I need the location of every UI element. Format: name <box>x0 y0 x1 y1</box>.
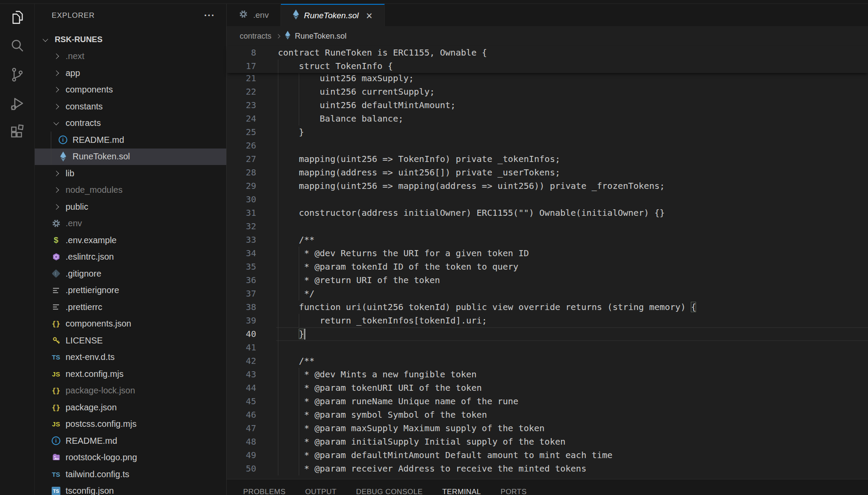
more-actions-icon[interactable]: ··· <box>204 13 215 18</box>
code-line-43[interactable]: 43 * @dev Mints a new fungible token <box>227 368 868 381</box>
activity-explorer-button[interactable] <box>0 4 34 33</box>
code-line-25[interactable]: 25 } <box>227 125 868 139</box>
tree-item-rootstock-logo-png[interactable]: rootstock-logo.png <box>35 449 226 466</box>
code-line-38[interactable]: 38 function uri(uint256 tokenId) public … <box>227 300 868 314</box>
code-line-50[interactable]: 50 * @param receiver Address to receive … <box>227 462 868 475</box>
line-number: 8 <box>227 46 256 59</box>
tree-item-components-json[interactable]: {}components.json <box>35 316 226 333</box>
tree-item-license[interactable]: LICENSE <box>35 332 226 349</box>
tab-runetoken-sol[interactable]: RuneToken.sol× <box>281 4 385 26</box>
code-line-22[interactable]: 22 uint256 currentSupply; <box>227 85 868 99</box>
activity-search-button[interactable] <box>0 33 34 61</box>
ethereum-icon <box>285 31 290 42</box>
tree-item-contracts[interactable]: contracts <box>35 115 226 132</box>
code-line-28[interactable]: 28 mapping(address => uint256[]) private… <box>227 166 868 179</box>
panel-tab-debug-console[interactable]: DEBUG CONSOLE <box>356 488 423 495</box>
panel-tab-problems[interactable]: PROBLEMS <box>243 488 286 495</box>
activity-source-control-button[interactable] <box>0 61 34 90</box>
line-number: 31 <box>227 206 256 220</box>
breadcrumb-file[interactable]: RuneToken.sol <box>295 32 347 41</box>
breadcrumb-folder[interactable]: contracts <box>240 32 271 41</box>
tree-item-tailwind-config-ts[interactable]: TStailwind.config.ts <box>35 466 226 483</box>
tree-item--next[interactable]: .next <box>35 48 226 65</box>
code-text: * @param runeName Unique name of the run… <box>278 395 518 408</box>
tree-item-next-config-mjs[interactable]: JSnext.config.mjs <box>35 366 226 383</box>
explorer-header: EXPLORER ··· <box>35 4 226 27</box>
tree-root-rsk-runes[interactable]: RSK-RUNES <box>35 31 226 48</box>
code-line-8[interactable]: 8contract RuneToken is ERC1155, Ownable … <box>227 46 868 59</box>
code-viewport[interactable]: 21 uint256 maxSupply;22 uint256 currentS… <box>227 72 868 475</box>
code-line-41[interactable]: 41 <box>227 341 868 354</box>
code-line-47[interactable]: 47 * @param maxSupply Maximum supply of … <box>227 422 868 435</box>
info-icon: i <box>57 134 69 145</box>
code-line-46[interactable]: 46 * @param symbol Symbol of the token <box>227 408 868 422</box>
panel-tab-ports[interactable]: PORTS <box>501 488 527 495</box>
code-line-29[interactable]: 29 mapping(uint256 => mapping(address =>… <box>227 179 868 193</box>
code-line-17[interactable]: 17 struct TokenInfo { <box>227 59 868 73</box>
tree-item-components[interactable]: components <box>35 82 226 99</box>
line-number: 36 <box>227 274 256 287</box>
tree-item-runetoken-sol[interactable]: RuneToken.sol <box>35 148 226 165</box>
code-line-23[interactable]: 23 uint256 defaultMintAmount; <box>227 99 868 112</box>
code-line-34[interactable]: 34 * @dev Returns the URI for a given to… <box>227 247 868 260</box>
code-line-35[interactable]: 35 * @param tokenId ID of the token to q… <box>227 260 868 274</box>
code-line-42[interactable]: 42 /** <box>227 354 868 368</box>
search-icon <box>9 37 26 56</box>
code-line-45[interactable]: 45 * @param runeName Unique name of the … <box>227 395 868 408</box>
activity-run-debug-button[interactable] <box>0 90 34 119</box>
tree-item-package-lock-json[interactable]: {}package-lock.json <box>35 383 226 399</box>
panel-tab-terminal[interactable]: TERMINAL <box>442 488 481 495</box>
code-line-33[interactable]: 33 /** <box>227 233 868 247</box>
tree-item-tsconfig-json[interactable]: TStsconfig.json <box>35 483 226 495</box>
tree-item--env[interactable]: .env <box>35 215 226 232</box>
code-line-49[interactable]: 49 * @param defaultMintAmount Default am… <box>227 449 868 462</box>
chevron-right-icon <box>53 187 59 193</box>
code-line-21[interactable]: 21 uint256 maxSupply; <box>227 72 868 85</box>
code-line-27[interactable]: 27 mapping(uint256 => TokenInfo) private… <box>227 152 868 166</box>
code-line-36[interactable]: 36 * @return URI of the token <box>227 274 868 287</box>
code-line-48[interactable]: 48 * @param initialSupply Initial supply… <box>227 435 868 449</box>
tree-item-lib[interactable]: lib <box>35 165 226 182</box>
tree-item-readme-md[interactable]: iREADME.md <box>35 132 226 148</box>
tree-item--env-example[interactable]: $.env.example <box>35 232 226 249</box>
activity-bar <box>0 4 35 495</box>
tree-item-package-json[interactable]: {}package.json <box>35 399 226 416</box>
line-number: 37 <box>227 287 256 300</box>
tree-item--prettierrc[interactable]: .prettierrc <box>35 299 226 316</box>
tree-item--prettierignore[interactable]: .prettierignore <box>35 282 226 299</box>
code-text: * @param tokenId ID of the token to quer… <box>278 260 518 274</box>
code-line-37[interactable]: 37 */ <box>227 287 868 300</box>
tree-item-node-modules[interactable]: node_modules <box>35 182 226 199</box>
image-icon <box>50 452 62 463</box>
tree-item-constants[interactable]: constants <box>35 98 226 115</box>
tree-item--eslintrc-json[interactable]: .eslintrc.json <box>35 249 226 266</box>
code-text: uint256 defaultMintAmount; <box>278 99 455 112</box>
tree-item-public[interactable]: public <box>35 198 226 215</box>
activity-extensions-button[interactable] <box>0 119 34 147</box>
code-line-30[interactable]: 30 <box>227 193 868 206</box>
tree-item--gitignore[interactable]: .gitignore <box>35 265 226 282</box>
dollar-icon: $ <box>50 234 62 246</box>
panel-tab-output[interactable]: OUTPUT <box>305 488 337 495</box>
tree-item-next-env-d-ts[interactable]: TSnext-env.d.ts <box>35 349 226 366</box>
text-cursor <box>304 329 305 340</box>
code-line-39[interactable]: 39 return _tokenInfos[tokenId].uri; <box>227 314 868 327</box>
sticky-scroll: 8contract RuneToken is ERC1155, Ownable … <box>227 46 868 73</box>
tree-item-app[interactable]: app <box>35 65 226 82</box>
gear-icon <box>238 9 248 21</box>
code-text: mapping(uint256 => TokenInfo) private _t… <box>278 152 560 166</box>
tree-item-readme-md[interactable]: iREADME.md <box>35 432 226 449</box>
code-text: * @param maxSupply Maximum supply of the… <box>278 422 545 435</box>
code-line-24[interactable]: 24 Balance balance; <box>227 112 868 125</box>
js-icon: JS <box>50 419 62 430</box>
code-line-40[interactable]: 40 } <box>227 327 868 341</box>
tab-label: RuneToken.sol <box>304 11 359 20</box>
code-line-44[interactable]: 44 * @param tokenURI URI of the token <box>227 381 868 395</box>
eslint-icon <box>50 251 62 263</box>
close-icon[interactable]: × <box>366 11 373 20</box>
tree-item-postcss-config-mjs[interactable]: JSpostcss.config.mjs <box>35 416 226 433</box>
code-line-32[interactable]: 32 <box>227 220 868 233</box>
code-line-31[interactable]: 31 constructor(address initialOwner) ERC… <box>227 206 868 220</box>
tab--env[interactable]: .env <box>227 4 281 26</box>
code-line-26[interactable]: 26 <box>227 139 868 152</box>
